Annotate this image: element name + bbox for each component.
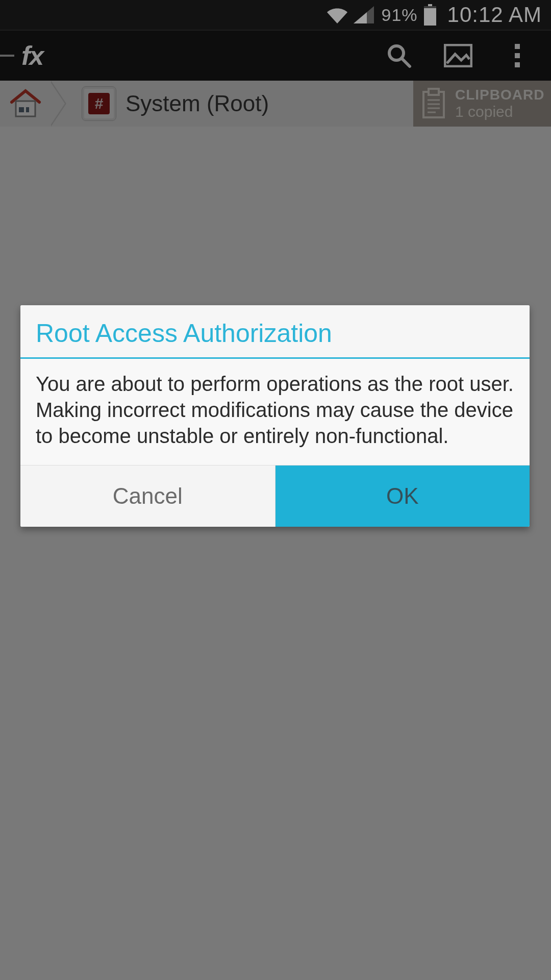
- root-auth-dialog: Root Access Authorization You are about …: [20, 305, 530, 527]
- ok-button[interactable]: OK: [276, 465, 530, 527]
- modal-scrim: [0, 0, 551, 81]
- modal-scrim[interactable]: [0, 81, 551, 980]
- dialog-title: Root Access Authorization: [20, 305, 530, 359]
- dialog-actions: Cancel OK: [20, 465, 530, 527]
- cancel-button[interactable]: Cancel: [20, 465, 276, 527]
- dialog-message: You are about to perform operations as t…: [20, 359, 530, 465]
